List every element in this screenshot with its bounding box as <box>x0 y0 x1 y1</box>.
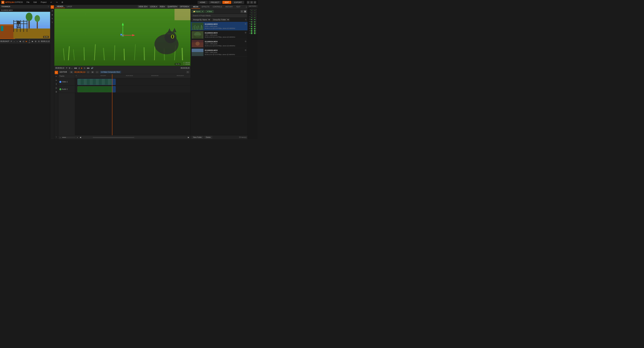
media-item-gear-3[interactable]: ⚙ <box>245 40 246 43</box>
trimmer-progress-bar[interactable] <box>0 39 50 39</box>
maximize-button[interactable]: □ <box>250 1 253 4</box>
undo-icon[interactable]: ↩ <box>50 1 53 4</box>
redo-icon[interactable]: ↪ <box>55 1 58 4</box>
editor-settings-btn[interactable]: ⚙ <box>70 71 73 73</box>
sort-icon[interactable]: ⇅ <box>245 19 246 21</box>
media-item-gear-1[interactable]: ⚙ <box>245 23 246 25</box>
arrange-by-select[interactable]: Arrange By: Name <box>192 18 211 21</box>
viewer-prev-btn[interactable]: ◀◀ <box>74 67 77 69</box>
tab-history[interactable]: HISTORY <box>224 5 234 9</box>
audio-clip-blue[interactable] <box>112 86 116 92</box>
trimmer-title: TRIMMER <box>1 6 10 8</box>
media-item[interactable]: 01100032.MOV 1920 x 1080 pixels 00;00;11… <box>191 22 248 31</box>
new-folder-btn[interactable]: New Folder <box>192 136 203 139</box>
import-btn[interactable]: 📁 Import... ▾ <box>192 10 204 13</box>
media-footer: New Folder Delete 53 item(s) <box>191 135 248 139</box>
viewer-step-back-btn[interactable]: ◁| <box>78 67 80 69</box>
delete-media-btn[interactable]: Delete <box>204 136 212 139</box>
viewer-play-btn[interactable]: ▶ <box>81 67 83 69</box>
media-search-input[interactable] <box>192 14 246 17</box>
panel-settings-icon[interactable]: ≡ <box>246 6 247 8</box>
new-media-btn[interactable]: ✦ New <box>206 10 214 13</box>
editor-loop-btn[interactable]: ○ <box>87 71 90 73</box>
pen-tool-btn[interactable]: ✎ <box>51 17 54 20</box>
minimize-button[interactable]: – <box>247 1 250 4</box>
text-tool-btn[interactable]: T <box>51 21 54 24</box>
tab-effects[interactable]: EFFECTS <box>200 5 211 9</box>
editor-slide-btn[interactable]: ⇕ <box>55 82 58 86</box>
trimmer-help-icon[interactable]: ? <box>48 6 49 8</box>
media-item[interactable]: 01100035.MOV 1920 x 1080 pixels 00;00;13… <box>191 48 248 57</box>
editor-add-track-btn[interactable]: + <box>55 135 58 139</box>
make-composite-btn[interactable]: ⊞ Make Composite Shot <box>100 71 121 73</box>
editor-help-btn[interactable]: ? <box>186 71 189 73</box>
svg-rect-4 <box>14 20 14 32</box>
nav-project[interactable]: PROJECT <box>208 1 222 4</box>
tab-layer[interactable]: LAYER <box>65 5 74 8</box>
grid-view-btn[interactable]: ⊞ <box>244 10 246 13</box>
nav-home[interactable]: HOME <box>198 1 208 4</box>
trimmer-mark-in-btn[interactable]: ⌐ <box>14 40 15 43</box>
nav-edit[interactable]: EDIT <box>222 1 231 4</box>
trimmer-loop-btn[interactable]: ⟳ <box>10 40 12 43</box>
editor-zoom-out-btn[interactable]: – <box>59 136 61 139</box>
trimmer-next-frame-btn[interactable]: ▶ <box>32 40 34 43</box>
track-tool-btn[interactable]: ⊕ <box>51 13 54 17</box>
meter-level--42: -42 <box>248 27 257 29</box>
media-item-gear-2[interactable]: ⚙ <box>245 32 246 34</box>
media-item-gear-4[interactable]: ⚙ <box>245 49 246 51</box>
group-by-select[interactable]: Group By: Folder <box>212 18 230 21</box>
options-btn[interactable]: OPTIONS ▾ <box>179 5 190 8</box>
menu-edit[interactable]: Edit <box>32 1 38 4</box>
view-mode-btn[interactable]: VIEW: 2D ▾ <box>138 5 148 8</box>
media-item[interactable]: 01100033.MOV 1920 x 1080 pixels 00;00;10… <box>191 31 248 39</box>
trimmer-overwrite-btn[interactable]: ⊟ <box>38 40 40 43</box>
video-clip-blue[interactable] <box>112 79 116 85</box>
viewer-loop-btn[interactable]: ⟳ <box>66 67 68 69</box>
viewer-mute-btn[interactable]: 🔊 <box>91 67 94 69</box>
viewer-step-fwd-btn[interactable]: |▷ <box>84 67 86 69</box>
menu-project[interactable]: Project <box>40 1 48 4</box>
trimmer-time-current: 00;00;04;07 <box>0 41 9 42</box>
editor-slip-btn[interactable]: ⇔ <box>55 79 58 82</box>
video-clip-1[interactable] <box>78 79 112 85</box>
editor-scroll-end-btn[interactable]: ▶ <box>188 136 190 139</box>
editor-scroll-start-btn[interactable]: ◀ <box>79 136 81 139</box>
local-mode-btn[interactable]: LOCAL ▾ <box>149 5 158 8</box>
rgb-mode-btn[interactable]: RGB ▾ <box>159 5 166 8</box>
trimmer-step-fwd-btn[interactable]: |▷ <box>28 39 30 44</box>
trimmer-mark-out-btn[interactable]: ¬ <box>16 40 18 43</box>
editor-zoom-in-btn[interactable]: + <box>76 136 78 139</box>
timeline-playhead[interactable] <box>112 74 112 135</box>
editor-mark-btn[interactable]: ⌐ <box>96 71 98 73</box>
tab-text[interactable]: TEXT <box>234 5 242 9</box>
tab-media[interactable]: MEDIA <box>191 5 200 9</box>
editor-razor-btn[interactable]: ✂ <box>55 75 58 78</box>
trimmer-play-btn[interactable]: ▶ <box>26 40 28 43</box>
zoom-slider[interactable] <box>62 137 76 138</box>
grid-icon[interactable]: ⊞ <box>60 1 64 4</box>
timeline-scrollbar[interactable] <box>82 137 186 138</box>
viewer-next-btn[interactable]: ▶▶ <box>87 67 90 69</box>
close-button[interactable]: × <box>254 1 256 4</box>
trimmer-insert-btn[interactable]: ⊞ <box>34 40 37 43</box>
list-view-btn[interactable]: ☰ <box>240 10 243 13</box>
audio-clip-1[interactable] <box>78 86 112 92</box>
viewer-snap-btn[interactable]: ⊞ <box>68 67 70 69</box>
editor-roll-btn[interactable]: ⊡ <box>55 86 58 90</box>
menu-file[interactable]: File <box>26 1 30 4</box>
orbit-tool-btn[interactable]: ↺ <box>51 9 54 13</box>
trimmer-prev-frame-btn[interactable]: ◀ <box>19 40 21 43</box>
quality-btn[interactable]: QUARTER ▾ <box>167 5 178 8</box>
tab-controls[interactable]: CONTROLS <box>211 5 224 9</box>
tab-viewer[interactable]: VIEWER <box>55 5 65 8</box>
editor-snap-btn[interactable]: ⊞ <box>91 71 94 73</box>
media-item[interactable]: 01100034.MOV 1920 x 1080 pixels 00;00;14… <box>191 39 248 48</box>
editor-zoom-btn[interactable]: ⊕ <box>55 90 58 94</box>
viewer-mark-in-btn[interactable]: ⌐ <box>71 67 73 69</box>
viewer-time-current: 00;00;56;13 <box>55 67 64 69</box>
nav-export[interactable]: EXPORT <box>232 1 244 4</box>
editor-select-btn[interactable]: ↖ <box>55 71 58 74</box>
trimmer-step-back-btn[interactable]: ◁| <box>22 40 24 43</box>
select-tool-btn[interactable]: ↖ <box>51 5 54 9</box>
